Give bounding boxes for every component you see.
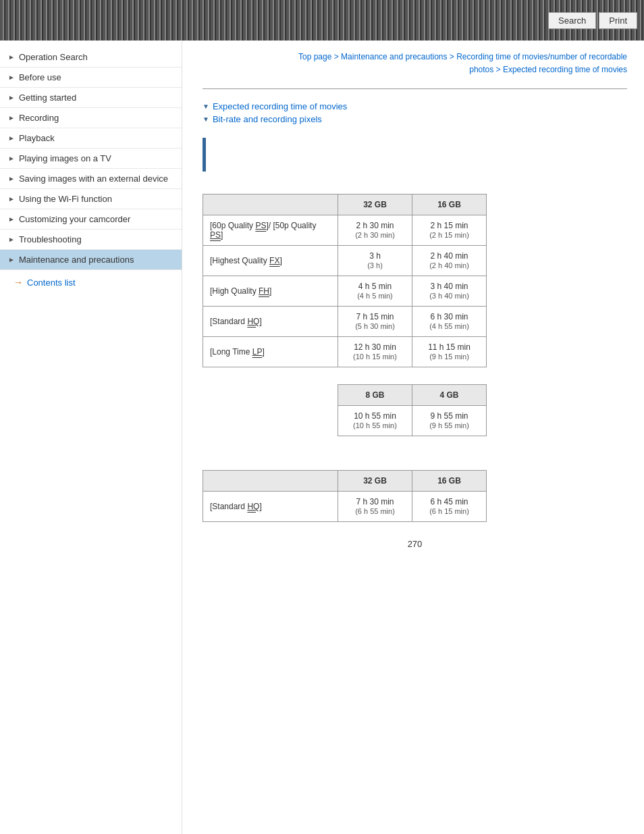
section-indicator-bar — [203, 138, 206, 172]
table2-row1-col1: 10 h 55 min(10 h 55 min) — [338, 406, 412, 436]
contents-list-label: Contents list — [27, 278, 76, 288]
arrow-icon: ► — [8, 114, 15, 122]
sidebar-item-customizing[interactable]: ► Customizing your camcorder — [0, 209, 182, 230]
breadcrumb-sep2: > — [448, 52, 457, 61]
sidebar-item-getting-started[interactable]: ► Getting started — [0, 88, 182, 108]
sidebar: ► Operation Search ► Before use ► Gettin… — [0, 41, 182, 834]
content-area: Top page > Maintenance and precautions >… — [182, 41, 644, 834]
nav-triangle-icon-1: ▼ — [203, 103, 209, 110]
table1-row5-col2: 12 h 30 min(10 h 15 min) — [338, 337, 412, 367]
sidebar-item-label: Before use — [19, 72, 61, 82]
table1-row4-col2: 7 h 15 min(5 h 30 min) — [338, 307, 412, 337]
table-row: [High Quality FH] 4 h 5 min(4 h 5 min) 3… — [203, 276, 487, 307]
table-row: [Highest Quality FX] 3 h(3 h) 2 h 40 min… — [203, 246, 487, 276]
breadcrumb-top[interactable]: Top page — [298, 52, 331, 61]
arrow-icon: ► — [8, 74, 15, 81]
print-button[interactable]: Print — [599, 12, 637, 29]
sidebar-item-troubleshooting[interactable]: ► Troubleshooting — [0, 230, 182, 250]
table-row: [Standard HQ] 7 h 15 min(5 h 30 min) 6 h… — [203, 307, 487, 337]
content-divider — [203, 88, 627, 89]
sidebar-item-label: Recording — [19, 113, 59, 123]
sidebar-item-operation-search[interactable]: ► Operation Search — [0, 47, 182, 68]
table-row: [Standard HQ] 7 h 30 min(6 h 55 min) 6 h… — [203, 492, 487, 522]
sidebar-item-label: Saving images with an external device — [19, 174, 168, 184]
table1-row1-mode: [60p Quality PS]/ [50p Quality PS] — [203, 215, 338, 246]
header-buttons: Search Print — [548, 12, 637, 29]
sidebar-item-playback[interactable]: ► Playback — [0, 128, 182, 149]
table1-col2-header: 32 GB — [338, 194, 412, 215]
sidebar-item-label: Getting started — [19, 93, 76, 103]
nav-triangle-icon-2: ▼ — [203, 115, 209, 123]
sidebar-item-label: Customizing your camcorder — [19, 214, 130, 224]
main-layout: ► Operation Search ► Before use ► Gettin… — [0, 41, 644, 834]
arrow-icon: ► — [8, 256, 15, 263]
table1-row3-col3: 3 h 40 min(3 h 40 min) — [412, 276, 487, 307]
nav-link-expected[interactable]: Expected recording time of movies — [213, 101, 347, 111]
table2-row1-col2: 9 h 55 min(9 h 55 min) — [412, 406, 487, 436]
table3-row1-mode: [Standard HQ] — [203, 492, 338, 522]
table1-col1-header — [203, 194, 338, 215]
arrow-icon: ► — [8, 195, 15, 203]
arrow-icon: ► — [8, 236, 15, 243]
table3-col2-header: 32 GB — [338, 471, 412, 492]
table2-col2-header: 4 GB — [412, 385, 487, 406]
table1-row1-col3: 2 h 15 min(2 h 15 min) — [412, 215, 487, 246]
table1-row5-mode: [Long Time LP] — [203, 337, 338, 367]
table1-row3-col2: 4 h 5 min(4 h 5 min) — [338, 276, 412, 307]
table3-col1-header — [203, 471, 338, 492]
table3-row1-col3: 6 h 45 min(6 h 15 min) — [412, 492, 487, 522]
table3-col3-header: 16 GB — [412, 471, 487, 492]
arrow-icon: ► — [8, 175, 15, 182]
sidebar-item-label: Troubleshooting — [19, 234, 82, 244]
arrow-icon: ► — [8, 155, 15, 162]
recording-table-2: 8 GB 4 GB 10 h 55 min(10 h 55 min) 9 h 5… — [338, 384, 487, 436]
header-bar: Search Print — [0, 0, 644, 41]
sidebar-item-playing-images[interactable]: ► Playing images on a TV — [0, 149, 182, 169]
breadcrumb: Top page > Maintenance and precautions >… — [203, 51, 627, 76]
arrow-icon: ► — [8, 94, 15, 101]
sidebar-item-label: Using the Wi-Fi function — [19, 194, 112, 204]
table1-row4-mode: [Standard HQ] — [203, 307, 338, 337]
sidebar-item-maintenance[interactable]: ► Maintenance and precautions — [0, 250, 182, 270]
recording-table-3: 32 GB 16 GB [Standard HQ] 7 h 30 min(6 h… — [203, 470, 487, 522]
sidebar-item-saving-images[interactable]: ► Saving images with an external device — [0, 169, 182, 189]
table-row: [Long Time LP] 12 h 30 min(10 h 15 min) … — [203, 337, 487, 367]
sidebar-item-label: Playing images on a TV — [19, 153, 111, 163]
sidebar-item-before-use[interactable]: ► Before use — [0, 68, 182, 88]
breadcrumb-recording-time: Recording time of movies/number of recor… — [456, 52, 627, 61]
contents-list-link[interactable]: → Contents list — [0, 270, 182, 294]
table1-row2-col2: 3 h(3 h) — [338, 246, 412, 276]
table2-col1-header: 8 GB — [338, 385, 412, 406]
nav-link-bitrate[interactable]: Bit-rate and recording pixels — [213, 114, 322, 124]
sidebar-item-recording[interactable]: ► Recording — [0, 108, 182, 128]
table1-row2-col3: 2 h 40 min(2 h 40 min) — [412, 246, 487, 276]
table1-row1-col2: 2 h 30 min(2 h 30 min) — [338, 215, 412, 246]
table1-row4-col3: 6 h 30 min(4 h 55 min) — [412, 307, 487, 337]
breadcrumb-photos: photos > Expected recording time of movi… — [469, 65, 627, 74]
table1-row5-col3: 11 h 15 min(9 h 15 min) — [412, 337, 487, 367]
table-row: 10 h 55 min(10 h 55 min) 9 h 55 min(9 h … — [338, 406, 487, 436]
table-row: [60p Quality PS]/ [50p Quality PS] 2 h 3… — [203, 215, 487, 246]
breadcrumb-sep1: > — [331, 52, 341, 61]
page-number: 270 — [203, 539, 627, 549]
nav-link-item-1: ▼ Expected recording time of movies — [203, 101, 627, 111]
table1-col3-header: 16 GB — [412, 194, 487, 215]
arrow-icon: ► — [8, 215, 15, 223]
breadcrumb-maint[interactable]: Maintenance and precautions — [341, 52, 447, 61]
sidebar-item-wifi[interactable]: ► Using the Wi-Fi function — [0, 189, 182, 209]
table1-row2-mode: [Highest Quality FX] — [203, 246, 338, 276]
table3-row1-col2: 7 h 30 min(6 h 55 min) — [338, 492, 412, 522]
nav-links: ▼ Expected recording time of movies ▼ Bi… — [203, 101, 627, 124]
nav-link-item-2: ▼ Bit-rate and recording pixels — [203, 114, 627, 124]
contents-list-arrow-icon: → — [14, 277, 23, 288]
sidebar-item-label: Playback — [19, 133, 55, 143]
sidebar-item-label: Operation Search — [19, 52, 88, 62]
table1-row3-mode: [High Quality FH] — [203, 276, 338, 307]
arrow-icon: ► — [8, 134, 15, 142]
arrow-icon: ► — [8, 53, 15, 61]
sidebar-item-label: Maintenance and precautions — [19, 255, 134, 265]
recording-table-1: 32 GB 16 GB [60p Quality PS]/ [50p Quali… — [203, 194, 487, 367]
search-button[interactable]: Search — [548, 12, 596, 29]
